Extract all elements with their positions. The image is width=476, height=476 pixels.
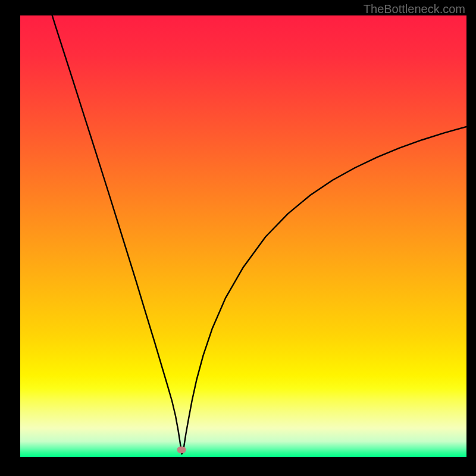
plot-area (20, 15, 466, 457)
bottleneck-curve (20, 15, 466, 457)
watermark-text: TheBottleneck.com (364, 2, 465, 16)
plot-frame (20, 15, 466, 457)
optimal-point-marker (177, 447, 186, 453)
